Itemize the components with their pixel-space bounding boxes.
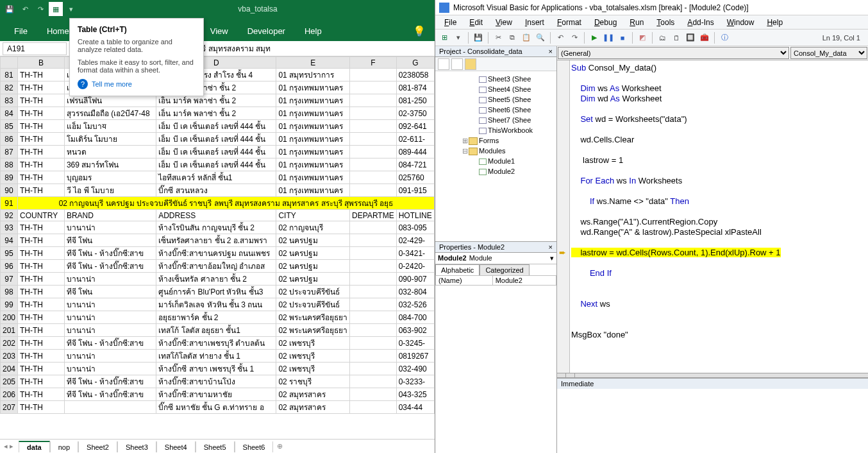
row-header[interactable]: 89: [1, 171, 18, 184]
tell-me-icon[interactable]: 💡: [409, 21, 430, 41]
cell[interactable]: แอ็ม โมบาय: [64, 120, 156, 133]
cell[interactable]: 081-874: [396, 81, 434, 94]
row-header[interactable]: 95: [1, 247, 18, 260]
project-tree[interactable]: Sheet3 (SheeSheet4 (SheeSheet5 (SheeShee…: [435, 71, 556, 241]
code-line[interactable]: For Each ws In Worksheets: [571, 176, 868, 186]
cell[interactable]: ทีจี โฟน - ห้างบิ๊กซี:สาข: [64, 375, 156, 388]
cell[interactable]: 02 เพชรบุรี: [276, 363, 350, 375]
cell[interactable]: [350, 260, 397, 273]
cell[interactable]: บานาน่า: [64, 363, 156, 375]
name-box[interactable]: [3, 42, 67, 55]
col-header[interactable]: B: [18, 57, 65, 69]
row-header[interactable]: 200: [1, 311, 18, 324]
menu-item[interactable]: Debug: [589, 17, 622, 28]
code-line[interactable]: Dim wd As Worksheet: [571, 94, 868, 104]
cell[interactable]: TH-TH: [18, 286, 65, 298]
cell[interactable]: [350, 107, 397, 120]
cell[interactable]: 01 กรุงเทพมหานคร: [276, 94, 350, 107]
code-line[interactable]: [571, 309, 868, 320]
save-icon[interactable]: 💾: [3, 2, 17, 16]
tree-node[interactable]: Sheet4 (Shee: [438, 84, 554, 94]
cell[interactable]: มาร์เก็ตวิลเลจ หัวหิน ชั้น 3 ถนน: [156, 298, 276, 311]
cell[interactable]: 090-907: [396, 273, 434, 286]
cell[interactable]: เอ็ม บี เค เซ็นเตอร์ เลขที่ 444 ชั้น: [156, 133, 276, 146]
cell[interactable]: 02 นครปฐม: [276, 273, 350, 286]
cell[interactable]: ทีจี โฟน: [64, 234, 156, 247]
cell[interactable]: 0-2420-: [396, 260, 434, 273]
cell[interactable]: ทีจี โฟน - ห้างบิ๊กซี:สาข: [64, 337, 156, 350]
cell[interactable]: โมเดิร์น โมบาย: [64, 133, 156, 146]
row-header[interactable]: 82: [1, 81, 18, 94]
cell[interactable]: ทีจี โฟน - ห้างบิ๊กซี:สาข: [64, 388, 156, 401]
code-line[interactable]: [571, 207, 868, 217]
cell[interactable]: TH-TH: [18, 401, 65, 414]
cell[interactable]: [350, 388, 397, 401]
procedure-dropdown[interactable]: Consol_My_data: [790, 47, 867, 59]
sheet-nav[interactable]: ◂ ▸: [4, 442, 13, 450]
code-line[interactable]: ws.Range("A1").CurrentRegion.Copy: [571, 217, 868, 227]
cell[interactable]: เทสโก้ โลตัส อยุธยา ชั้น1: [156, 324, 276, 337]
find-icon[interactable]: 🔍: [534, 31, 547, 44]
cell[interactable]: สุวรรณมือถือ (เอ2บี47-48: [64, 107, 156, 120]
row-header[interactable]: 205: [1, 375, 18, 388]
cell[interactable]: 02 กาญจนบุรี นครปฐม ประจวบคีรีขันธ์ ราชบ…: [18, 197, 435, 210]
cell[interactable]: ห้างเซ็นทรัล ศาลายา ชั้น 2: [156, 273, 276, 286]
cell[interactable]: TH-TH: [18, 107, 65, 120]
cell[interactable]: 01 กรุงเทพมหานคร: [276, 184, 350, 197]
row-header[interactable]: 98: [1, 286, 18, 298]
row-header[interactable]: 81: [1, 69, 18, 81]
sheet-tab[interactable]: nop: [50, 441, 78, 452]
code-line[interactable]: [571, 278, 868, 289]
cell[interactable]: อยุธยาพาร์ค ชั้น 2: [156, 311, 276, 324]
cell[interactable]: [350, 298, 397, 311]
cell[interactable]: 032-490: [396, 363, 434, 375]
row-header[interactable]: 206: [1, 388, 18, 401]
customize-qat-icon[interactable]: ▾: [64, 2, 78, 16]
close-icon[interactable]: ×: [549, 47, 553, 55]
cell[interactable]: 084-721: [396, 158, 434, 171]
cell[interactable]: ADDRESS: [156, 210, 276, 221]
row-header[interactable]: 85: [1, 120, 18, 133]
cell[interactable]: 02-611-: [396, 133, 434, 146]
cell[interactable]: DEPARTME: [350, 210, 397, 221]
tree-node[interactable]: Sheet7 (Shee: [438, 115, 554, 125]
cell[interactable]: TH-TH: [18, 120, 65, 133]
cell[interactable]: TH-TH: [18, 324, 65, 337]
row-header[interactable]: 88: [1, 158, 18, 171]
code-line[interactable]: wd.Range("A" & lastrow).PasteSpecial xlP…: [571, 227, 868, 237]
code-line[interactable]: [571, 320, 868, 330]
save-icon[interactable]: 💾: [472, 31, 485, 44]
cell[interactable]: 032-804: [396, 286, 434, 298]
menu-item[interactable]: Window: [722, 17, 760, 28]
cell[interactable]: บุญอมร: [64, 171, 156, 184]
cell[interactable]: TH-TH: [18, 273, 65, 286]
cell[interactable]: TH-TH: [18, 94, 65, 107]
cell[interactable]: ห้างโรบินสัน กาญจนบุรี ชั้น 2: [156, 221, 276, 234]
cell[interactable]: ทีจี โฟน - ห้างบิ๊กซี:สาข: [64, 260, 156, 273]
cell[interactable]: 084-700: [396, 311, 434, 324]
cell[interactable]: 01 กรุงเทพมหานคร: [276, 171, 350, 184]
cell[interactable]: [350, 120, 397, 133]
cut-icon[interactable]: ✂: [492, 31, 505, 44]
cell[interactable]: TH-TH: [18, 81, 65, 94]
cell[interactable]: [350, 184, 397, 197]
code-line[interactable]: [571, 186, 868, 196]
cell[interactable]: [350, 363, 397, 375]
cell[interactable]: ห้างบิ๊กซี สาขา เพชรบุรี ชั้น 1: [156, 363, 276, 375]
row-header[interactable]: 99: [1, 298, 18, 311]
code-line[interactable]: wd.Cells.Clear: [571, 135, 868, 145]
cell[interactable]: 02 ประจวบคีรีขันธ์: [276, 298, 350, 311]
cell[interactable]: TH-TH: [18, 260, 65, 273]
cell[interactable]: ศูนย์การค้า Blu'Port หัวหิน ชั้น3: [156, 286, 276, 298]
cell[interactable]: TH-TH: [18, 146, 65, 158]
code-line[interactable]: Dim ws As Worksheet: [571, 83, 868, 94]
worksheet-grid[interactable]: BCDEFG81TH-THเจซี โมบายโฟนอิมพีเรียล สำโ…: [0, 56, 435, 439]
cell[interactable]: 02 กาญจนบุรี: [276, 221, 350, 234]
tree-node[interactable]: ⊟Modules: [438, 146, 554, 156]
cell[interactable]: BRAND: [64, 210, 156, 221]
cell[interactable]: 02 พระนครศรีอยุธยา: [276, 311, 350, 324]
view-excel-icon[interactable]: ⊞: [438, 31, 451, 44]
cell[interactable]: 043-325: [396, 388, 434, 401]
cell[interactable]: TH-TH: [18, 337, 65, 350]
row-header[interactable]: 201: [1, 324, 18, 337]
